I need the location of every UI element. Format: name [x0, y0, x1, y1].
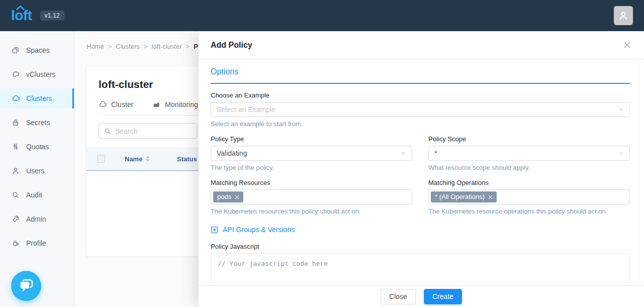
plus-square-icon	[211, 226, 218, 234]
top-navbar: loft v1.12	[0, 0, 644, 31]
field-label: Policy Javascript	[211, 243, 630, 250]
sidebar-item-label: Users	[26, 167, 45, 175]
breadcrumb-home[interactable]: Home	[86, 43, 104, 50]
options-section-tab: Options	[211, 67, 630, 84]
sidebar-item-spaces[interactable]: Spaces	[0, 40, 74, 60]
policy-type-select[interactable]: Validating	[211, 146, 412, 161]
sliders-icon	[12, 143, 20, 151]
sidebar-item-label: Admin	[26, 215, 46, 223]
api-groups-label: API Groups & Versions	[223, 226, 295, 234]
breadcrumb: Home > Clusters > loft-cluster > P	[86, 43, 198, 50]
field-label: Matching Operations	[428, 179, 630, 186]
matching-operations-input[interactable]: * (All Operations)	[428, 189, 630, 204]
breadcrumb-current: P	[194, 43, 198, 50]
sidebar-item-vclusters[interactable]: vClusters	[0, 64, 74, 84]
search-icon	[104, 128, 111, 135]
sidebar-item-secrets[interactable]: Secrets	[0, 113, 74, 133]
tab-cluster[interactable]: Cluster	[99, 100, 133, 109]
close-button[interactable]: Close	[381, 289, 416, 304]
tag-remove-icon[interactable]	[235, 195, 239, 199]
column-header-status[interactable]: Status	[177, 155, 197, 163]
field-choose-example: Choose an Example Select an Example Sele…	[211, 91, 630, 128]
sort-icon	[146, 156, 150, 162]
sidebar-item-label: Profile	[26, 239, 46, 247]
field-label: Choose an Example	[211, 91, 630, 99]
drawer-title: Add Policy	[211, 41, 252, 50]
sidebar-item-profile[interactable]: Profile	[0, 233, 74, 253]
breadcrumb-separator: >	[144, 43, 148, 50]
field-label: Policy Scope	[428, 135, 630, 143]
drawer-header: Add Policy	[199, 31, 644, 59]
chat-bubble-icon	[18, 278, 35, 294]
mug-icon	[12, 239, 20, 247]
chevron-down-icon	[618, 107, 624, 113]
chevron-down-icon	[618, 150, 624, 156]
select-all-checkbox[interactable]	[97, 155, 105, 163]
column-label: Name	[125, 155, 142, 163]
logo-roof-icon	[16, 6, 25, 10]
drawer-body: Options Choose an Example Select an Exam…	[199, 59, 644, 285]
field-help: The Kubernetes resource operations this …	[428, 208, 630, 215]
sidebar-item-users[interactable]: Users	[0, 161, 74, 181]
breadcrumb-separator: >	[186, 43, 190, 50]
version-badge: v1.12	[40, 11, 64, 21]
breadcrumb-clusters[interactable]: Clusters	[116, 43, 140, 50]
code-placeholder: // Your javascript code here	[218, 260, 328, 267]
add-policy-drawer: Add Policy Options Choose an Example Sel…	[199, 31, 644, 307]
sidebar: Spaces vClusters Clusters Secrets Quotas	[0, 31, 74, 307]
breadcrumb-separator: >	[108, 43, 112, 50]
clusters-cloud-icon	[12, 94, 20, 103]
loft-logo[interactable]: loft	[11, 9, 32, 23]
sidebar-item-audit[interactable]: Audit	[0, 185, 74, 205]
options-tab-label[interactable]: Options	[211, 67, 238, 76]
select-placeholder: Select an Example	[217, 106, 275, 114]
sidebar-item-label: Secrets	[26, 119, 50, 127]
sidebar-item-clusters[interactable]: Clusters	[0, 88, 74, 109]
tag-all-operations: * (All Operations)	[431, 191, 497, 203]
sidebar-item-label: vClusters	[26, 70, 55, 78]
policy-scope-select[interactable]: *	[428, 146, 630, 161]
field-policy-javascript: Policy Javascript // Your javascript cod…	[211, 243, 630, 285]
example-select[interactable]: Select an Example	[211, 102, 630, 117]
select-value: *	[434, 149, 437, 157]
field-matching-operations: Matching Operations * (All Operations) T…	[428, 179, 630, 215]
select-value: Validating	[217, 149, 247, 157]
user-icon	[618, 10, 629, 21]
tag-label: * (All Operations)	[435, 192, 485, 202]
field-policy-type: Policy Type Validating The type of the p…	[211, 135, 412, 171]
breadcrumb-loft-cluster[interactable]: loft-cluster	[152, 43, 182, 50]
spaces-icon	[12, 46, 20, 54]
tab-label: Monitoring	[165, 100, 198, 109]
chevron-down-icon	[401, 150, 407, 156]
field-help: Select an example to start from	[211, 120, 630, 128]
field-help: What resource scope should apply.	[428, 164, 630, 171]
api-groups-expander[interactable]: API Groups & Versions	[211, 226, 295, 234]
create-button[interactable]: Create	[424, 289, 462, 304]
close-icon[interactable]	[621, 39, 633, 51]
policy-javascript-editor[interactable]: // Your javascript code here	[211, 253, 630, 285]
magnifier-icon	[12, 191, 20, 199]
lock-icon	[12, 119, 20, 127]
column-header-name[interactable]: Name	[125, 155, 177, 163]
matching-resources-input[interactable]: pods	[211, 189, 412, 204]
field-label: Matching Resources	[211, 179, 412, 186]
tab-monitoring[interactable]: Monitoring	[152, 100, 198, 109]
person-icon	[12, 167, 20, 175]
sidebar-item-quotas[interactable]: Quotas	[0, 137, 74, 157]
drawer-scrollbar[interactable]	[639, 59, 644, 285]
column-label: Status	[177, 155, 197, 163]
sidebar-item-admin[interactable]: Admin	[0, 209, 74, 229]
search-input[interactable]	[115, 127, 192, 135]
tag-pods: pods	[213, 191, 243, 203]
cloud-icon	[99, 100, 107, 109]
drawer-footer: Close Create	[199, 285, 644, 307]
tag-remove-icon[interactable]	[488, 195, 493, 199]
tab-label: Cluster	[111, 100, 133, 109]
sidebar-item-label: Clusters	[26, 94, 52, 103]
chat-widget-button[interactable]	[11, 271, 41, 301]
vclusters-icon	[12, 70, 20, 78]
table-search[interactable]	[99, 123, 197, 139]
user-avatar[interactable]	[614, 6, 633, 25]
chart-icon	[152, 100, 160, 109]
sidebar-item-label: Spaces	[26, 46, 50, 54]
